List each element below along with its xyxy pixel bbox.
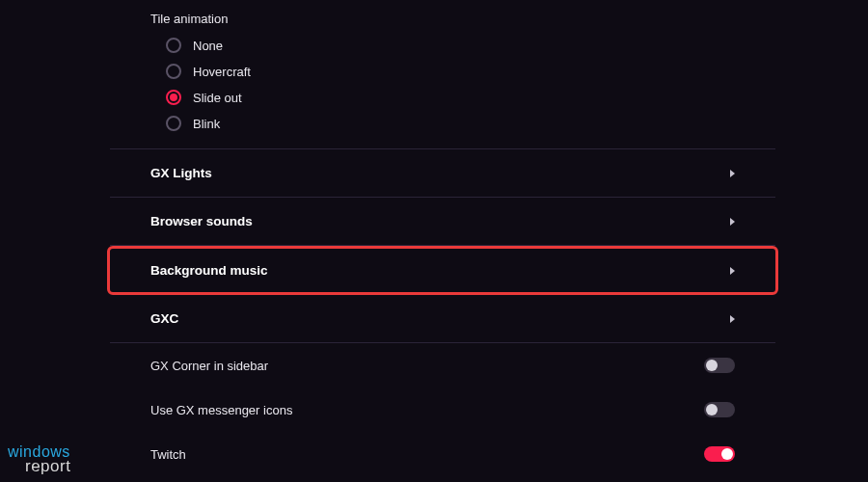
radio-option-slide-out[interactable]: Slide out	[166, 90, 735, 105]
expand-label: GXC	[150, 311, 178, 326]
toggle-knob	[706, 404, 718, 415]
toggle-knob	[706, 360, 718, 371]
settings-panel: Tile animation None Hovercraft Slide out…	[110, 0, 775, 482]
tile-animation-group: Tile animation None Hovercraft Slide out…	[110, 0, 775, 149]
toggle-switch[interactable]	[704, 402, 735, 417]
toggle-label: Use GX messenger icons	[150, 403, 292, 417]
chevron-right-icon	[730, 267, 735, 275]
chevron-right-icon	[730, 315, 735, 323]
radio-label: Slide out	[193, 91, 242, 105]
watermark: windows report	[8, 444, 70, 474]
radio-label: Blink	[193, 117, 220, 131]
expand-row-background-music[interactable]: Background music	[107, 246, 778, 295]
radio-label: Hovercraft	[193, 65, 251, 79]
chevron-right-icon	[730, 218, 735, 226]
tile-animation-options: None Hovercraft Slide out Blink	[150, 38, 735, 131]
radio-icon	[166, 90, 181, 105]
radio-label: None	[193, 39, 223, 53]
radio-option-blink[interactable]: Blink	[166, 116, 735, 131]
toggle-switch[interactable]	[704, 446, 735, 462]
watermark-line2: report	[8, 459, 70, 474]
toggle-row-twitch: Twitch	[110, 432, 775, 476]
radio-icon	[166, 38, 181, 53]
toggle-label: GX Corner in sidebar	[150, 359, 268, 373]
toggle-switch[interactable]	[704, 358, 735, 373]
toggle-label: Twitch	[150, 447, 186, 462]
expand-label: GX Lights	[150, 166, 212, 180]
expand-row-browser-sounds[interactable]: Browser sounds	[110, 198, 775, 246]
expand-label: Background music	[150, 263, 268, 278]
radio-icon	[166, 116, 181, 131]
tile-animation-title: Tile animation	[150, 12, 735, 26]
chevron-right-icon	[730, 170, 735, 177]
expand-label: Browser sounds	[150, 214, 253, 228]
radio-option-hovercraft[interactable]: Hovercraft	[166, 64, 735, 79]
expand-row-gx-lights[interactable]: GX Lights	[110, 149, 775, 198]
toggle-row-gx-corner-in-sidebar: GX Corner in sidebar	[110, 343, 775, 388]
toggle-knob	[721, 448, 733, 460]
radio-icon	[166, 64, 181, 79]
toggle-row-use-gx-messenger-icons: Use GX messenger icons	[110, 388, 775, 432]
expand-row-gxc[interactable]: GXC	[110, 295, 775, 343]
radio-option-none[interactable]: None	[166, 38, 735, 53]
